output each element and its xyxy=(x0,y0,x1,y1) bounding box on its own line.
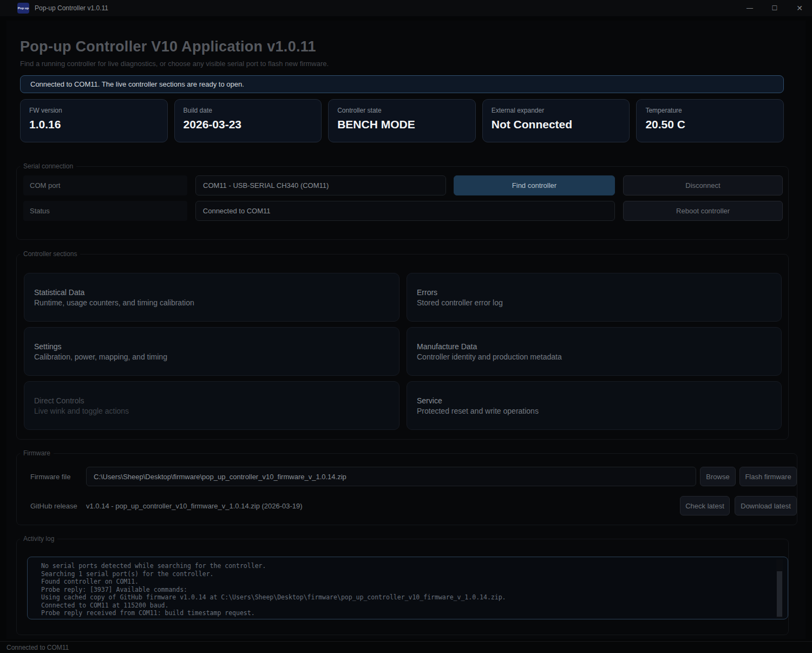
manufacture-data-subtitle: Controller identity and production metad… xyxy=(417,352,781,361)
log-line: Probe reply received from COM11: build t… xyxy=(41,609,771,617)
github-release-value: v1.0.14 - pop_up_controller_v10_firmware… xyxy=(86,502,676,510)
log-line: Searching 1 serial port(s) for the contr… xyxy=(41,570,771,578)
fw-version-label: FW version xyxy=(29,107,159,114)
external-expander-value: Not Connected xyxy=(492,118,621,131)
manufacture-data-card[interactable]: Manufacture Data Controller identity and… xyxy=(407,327,782,376)
log-line: Found controller on COM11. xyxy=(41,578,771,586)
reboot-controller-button[interactable]: Reboot controller xyxy=(623,201,783,221)
build-date-value: 2026-03-23 xyxy=(184,118,313,131)
statusbar: Connected to COM11 xyxy=(0,641,812,653)
window-title: Pop-up Controller v1.0.11 xyxy=(35,4,108,12)
firmware-file-row: Firmware file C:\Users\Sheep\Desktop\fir… xyxy=(30,467,797,486)
temperature-card: Temperature 20.50 C xyxy=(636,99,784,142)
info-cards-row: FW version 1.0.16 Build date 2026-03-23 … xyxy=(20,99,784,142)
errors-subtitle: Stored controller error log xyxy=(417,298,781,307)
disconnect-button[interactable]: Disconnect xyxy=(623,175,783,195)
github-release-row: GitHub release v1.0.14 - pop_up_controll… xyxy=(30,496,797,515)
firmware-legend: Firmware xyxy=(20,449,54,457)
download-latest-button[interactable]: Download latest xyxy=(735,496,797,515)
errors-card[interactable]: Errors Stored controller error log xyxy=(407,273,782,322)
settings-title: Settings xyxy=(34,342,399,351)
com-port-selected-value: COM11 - USB-SERIAL CH340 (COM11) xyxy=(203,181,329,190)
firmware-group: Firmware Firmware file C:\Users\Sheep\De… xyxy=(16,449,797,525)
controller-state-label: Controller state xyxy=(337,107,467,114)
log-scrollbar-thumb[interactable] xyxy=(777,571,782,617)
page-subtitle: Find a running controller for live diagn… xyxy=(20,60,329,68)
status-label: Status xyxy=(23,201,187,221)
status-row: Status Connected to COM11 Reboot control… xyxy=(23,201,783,221)
external-expander-card: External expander Not Connected xyxy=(482,99,630,142)
github-release-label: GitHub release xyxy=(30,502,86,510)
statistical-data-title: Statistical Data xyxy=(34,288,399,297)
build-date-label: Build date xyxy=(184,107,313,114)
settings-subtitle: Calibration, power, mapping, and timing xyxy=(34,352,399,361)
activity-log-group: Activity log No serial ports detected wh… xyxy=(16,535,789,635)
serial-connection-legend: Serial connection xyxy=(20,162,76,170)
statistical-data-card[interactable]: Statistical Data Runtime, usage counters… xyxy=(24,273,400,322)
titlebar: Pop up Pop-up Controller v1.0.11 — ☐ ✕ xyxy=(0,0,812,16)
find-controller-button[interactable]: Find controller xyxy=(454,175,615,195)
temperature-label: Temperature xyxy=(645,107,775,114)
activity-log-legend: Activity log xyxy=(20,535,57,543)
temperature-value: 20.50 C xyxy=(645,118,775,131)
fw-version-value: 1.0.16 xyxy=(29,118,159,131)
build-date-card: Build date 2026-03-23 xyxy=(174,99,322,142)
service-title: Service xyxy=(417,396,781,405)
errors-title: Errors xyxy=(417,288,781,297)
direct-controls-subtitle: Live wink and toggle actions xyxy=(34,407,399,415)
flash-firmware-button[interactable]: Flash firmware xyxy=(739,467,797,486)
direct-controls-title: Direct Controls xyxy=(34,396,399,405)
statistical-data-subtitle: Runtime, usage counters, and timing cali… xyxy=(34,298,399,307)
controller-sections-group: Controller sections Statistical Data Run… xyxy=(16,250,789,440)
browse-button[interactable]: Browse xyxy=(700,467,736,486)
log-line: No serial ports detected while searching… xyxy=(41,562,771,570)
log-line: Connected to COM11 at 115200 baud. xyxy=(41,602,771,610)
com-port-label: COM port xyxy=(23,175,187,195)
window-controls: — ☐ ✕ xyxy=(737,0,812,16)
firmware-file-input[interactable]: C:\Users\Sheep\Desktop\firmware\pop_up_c… xyxy=(86,467,696,486)
connection-banner: Connected to COM11. The live controller … xyxy=(20,75,784,93)
direct-controls-card: Direct Controls Live wink and toggle act… xyxy=(24,381,400,430)
service-card[interactable]: Service Protected reset and write operat… xyxy=(407,381,782,430)
controller-sections-grid: Statistical Data Runtime, usage counters… xyxy=(24,273,788,430)
controller-sections-legend: Controller sections xyxy=(20,250,80,258)
firmware-file-value: C:\Users\Sheep\Desktop\firmware\pop_up_c… xyxy=(94,473,346,481)
main-panel: Pop-up Controller V10 Application v1.0.1… xyxy=(6,21,806,639)
firmware-file-label: Firmware file xyxy=(30,473,86,481)
settings-card[interactable]: Settings Calibration, power, mapping, an… xyxy=(24,327,400,376)
serial-connection-group: Serial connection COM port COM11 - USB-S… xyxy=(16,162,789,240)
check-latest-button[interactable]: Check latest xyxy=(680,496,730,515)
controller-state-card: Controller state BENCH MODE xyxy=(328,99,476,142)
minimize-button[interactable]: — xyxy=(737,0,762,16)
manufacture-data-title: Manufacture Data xyxy=(417,342,781,351)
log-line: Using cached copy of GitHub firmware v1.… xyxy=(41,593,771,602)
connection-banner-text: Connected to COM11. The live controller … xyxy=(30,80,244,88)
service-subtitle: Protected reset and write operations xyxy=(417,407,781,415)
controller-state-value: BENCH MODE xyxy=(337,118,467,131)
fw-version-card: FW version 1.0.16 xyxy=(20,99,168,142)
status-field-value: Connected to COM11 xyxy=(203,207,271,215)
log-scrollbar[interactable] xyxy=(776,559,783,618)
com-port-row: COM port COM11 - USB-SERIAL CH340 (COM11… xyxy=(23,175,783,195)
app-icon: Pop up xyxy=(17,3,29,14)
maximize-button[interactable]: ☐ xyxy=(762,0,787,16)
statusbar-text: Connected to COM11 xyxy=(6,644,69,651)
close-button[interactable]: ✕ xyxy=(787,0,812,16)
com-port-select[interactable]: COM11 - USB-SERIAL CH340 (COM11) xyxy=(195,175,446,195)
status-field: Connected to COM11 xyxy=(195,201,615,221)
page-title: Pop-up Controller V10 Application v1.0.1… xyxy=(20,38,316,55)
activity-log-box[interactable]: No serial ports detected while searching… xyxy=(27,557,788,619)
log-line: Probe reply: [3937] Available commands: xyxy=(41,586,771,594)
external-expander-label: External expander xyxy=(492,107,621,114)
